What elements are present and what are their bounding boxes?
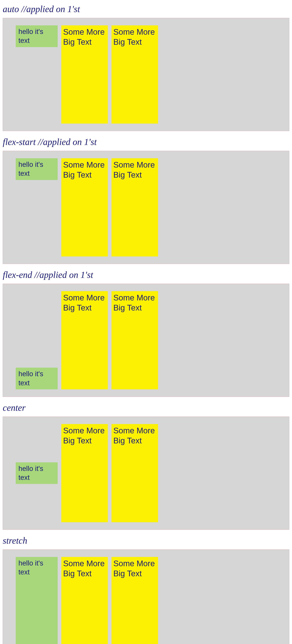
small-box-auto: hello it's text bbox=[16, 25, 58, 47]
flex-container-auto: hello it's text Some More Big Text Some … bbox=[3, 18, 289, 131]
small-box-flex-end: hello it's text bbox=[16, 368, 58, 389]
flex-container-flex-end: hello it's text Some More Big Text Some … bbox=[3, 284, 289, 397]
big-box-1-center: Some More Big Text bbox=[61, 424, 108, 522]
big-box-2-stretch: Some More Big Text bbox=[112, 557, 158, 644]
section-title-flex-start: flex-start //applied on 1'st bbox=[0, 133, 292, 151]
flex-container-stretch: hello it's text Some More Big Text Some … bbox=[3, 550, 289, 644]
section-flex-end: flex-end //applied on 1'st hello it's te… bbox=[0, 266, 292, 397]
section-title-flex-end: flex-end //applied on 1'st bbox=[0, 266, 292, 284]
flex-container-center: hello it's text Some More Big Text Some … bbox=[3, 416, 289, 530]
big-box-1-flex-start: Some More Big Text bbox=[61, 158, 108, 256]
big-box-1-stretch: Some More Big Text bbox=[61, 557, 108, 644]
section-center: center hello it's text Some More Big Tex… bbox=[0, 399, 292, 530]
section-auto: auto //applied on 1'st hello it's text S… bbox=[0, 0, 292, 131]
section-title-stretch: stretch bbox=[0, 532, 292, 550]
big-box-2-auto: Some More Big Text bbox=[112, 25, 158, 124]
big-box-2-flex-start: Some More Big Text bbox=[112, 158, 158, 256]
big-box-2-flex-end: Some More Big Text bbox=[112, 291, 158, 389]
small-box-stretch: hello it's text bbox=[16, 557, 58, 644]
section-title-center: center bbox=[0, 399, 292, 416]
small-box-flex-start: hello it's text bbox=[16, 158, 58, 180]
section-title-auto: auto //applied on 1'st bbox=[0, 0, 292, 18]
section-stretch: stretch hello it's text Some More Big Te… bbox=[0, 532, 292, 644]
small-box-center: hello it's text bbox=[16, 462, 58, 484]
big-box-1-auto: Some More Big Text bbox=[61, 25, 108, 124]
section-flex-start: flex-start //applied on 1'st hello it's … bbox=[0, 133, 292, 264]
big-box-1-flex-end: Some More Big Text bbox=[61, 291, 108, 389]
flex-container-flex-start: hello it's text Some More Big Text Some … bbox=[3, 151, 289, 264]
big-box-2-center: Some More Big Text bbox=[112, 424, 158, 522]
